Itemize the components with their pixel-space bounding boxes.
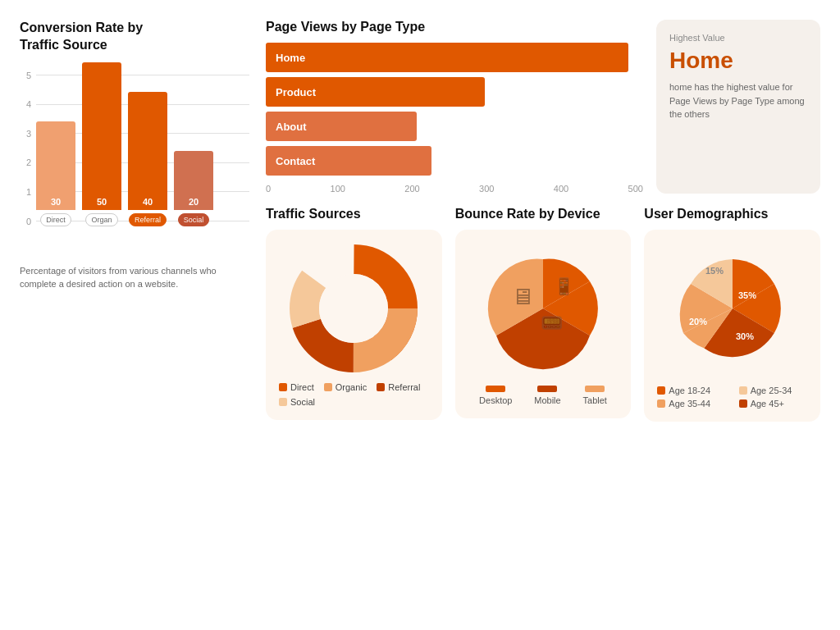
h-bar-axis: 0 100 200 300 400 500 bbox=[266, 184, 643, 194]
bar-social: 20 Social bbox=[174, 151, 213, 226]
legend-label-organic: Organic bbox=[336, 382, 368, 392]
demo-pie-container: 35% 30% 20% 15% bbox=[657, 243, 807, 374]
bounce-device-labels: Desktop Mobile Tablet bbox=[468, 386, 619, 405]
legend-label-direct: Direct bbox=[290, 382, 314, 392]
tablet-label: Tablet bbox=[583, 395, 607, 405]
bar-label-direct: Direct bbox=[40, 213, 71, 226]
legend-social: Social bbox=[279, 397, 315, 407]
label-45plus: Age 45+ bbox=[751, 399, 784, 409]
bar-value-referral: 40 bbox=[143, 197, 153, 207]
desktop-icon-text: 🖥 bbox=[511, 284, 534, 309]
conversion-chart-title: Conversion Rate byTraffic Source bbox=[20, 20, 249, 54]
bar-referral: 40 Referral bbox=[128, 92, 167, 226]
legend-direct: Direct bbox=[279, 382, 314, 392]
axis-200: 200 bbox=[404, 184, 419, 194]
dot-35-44 bbox=[657, 399, 665, 408]
traffic-sources-title: Traffic Sources bbox=[266, 207, 442, 221]
h-bar-product: Product bbox=[266, 77, 643, 107]
legend-age-18-24: Age 18-24 bbox=[657, 386, 725, 395]
legend-dot-direct bbox=[279, 383, 287, 391]
mobile-color-bar bbox=[537, 386, 557, 392]
bar-label-organic: Organ bbox=[85, 213, 117, 226]
legend-organic: Organic bbox=[324, 382, 368, 392]
highest-value-desc: home has the highest value for Page View… bbox=[669, 80, 807, 121]
donut-chart-container bbox=[279, 243, 429, 374]
bounce-pie-svg: 🖥 📱 📟 bbox=[477, 243, 609, 374]
axis-0: 0 bbox=[266, 184, 271, 194]
user-demographics-card: 35% 30% 20% 15% Age 18-24 bbox=[644, 230, 820, 422]
bottom-charts-row: Traffic Sources bbox=[266, 207, 820, 422]
desktop-label: Desktop bbox=[479, 395, 512, 405]
h-bar-home: Home bbox=[266, 43, 643, 72]
demographics-legend: Age 18-24 Age 25-34 Age 35-44 Age 4 bbox=[657, 386, 807, 409]
bounce-rate-title: Bounce Rate by Device bbox=[455, 207, 632, 221]
bounce-pie-container: 🖥 📱 📟 bbox=[468, 243, 619, 374]
traffic-sources-section: Traffic Sources bbox=[266, 207, 442, 422]
right-section: Page Views by Page Type Home Product bbox=[266, 20, 820, 422]
bounce-rate-section: Bounce Rate by Device bbox=[455, 207, 632, 422]
pct-45plus: 15% bbox=[705, 266, 724, 276]
legend-age-25-34: Age 25-34 bbox=[739, 386, 807, 395]
highest-value-label: Home bbox=[669, 48, 807, 74]
axis-400: 400 bbox=[554, 184, 568, 194]
pct-18-24: 35% bbox=[738, 290, 756, 300]
legend-dot-social bbox=[279, 398, 287, 406]
bar-direct: 30 Direct bbox=[36, 121, 75, 226]
legend-age-35-44: Age 35-44 bbox=[657, 399, 725, 409]
bar-organic: 50 Organ bbox=[82, 62, 121, 226]
device-desktop: Desktop bbox=[479, 386, 512, 405]
tablet-icon-text: 📟 bbox=[540, 312, 563, 334]
conversion-chart-note: Percentage of visitors from various chan… bbox=[20, 264, 249, 291]
legend-referral: Referral bbox=[377, 382, 420, 392]
dot-25-34 bbox=[739, 386, 747, 395]
desktop-color-bar bbox=[486, 386, 505, 392]
conversion-bar-chart: 5 4 3 2 1 0 30 Direct 50 bbox=[20, 71, 249, 251]
horizontal-bar-chart: Home Product About bbox=[266, 43, 643, 194]
label-18-24: Age 18-24 bbox=[669, 386, 710, 395]
legend-label-referral: Referral bbox=[388, 382, 420, 392]
axis-100: 100 bbox=[331, 184, 345, 194]
h-bar-label-contact: Contact bbox=[266, 150, 331, 172]
legend-dot-referral bbox=[377, 383, 385, 391]
label-25-34: Age 25-34 bbox=[751, 386, 792, 395]
demo-pie-svg: 35% 30% 20% 15% bbox=[667, 243, 798, 374]
mobile-icon-text: 📱 bbox=[553, 276, 573, 296]
legend-label-social: Social bbox=[290, 397, 315, 407]
legend-dot-organic bbox=[324, 383, 332, 391]
page-views-section: Page Views by Page Type Home Product bbox=[266, 20, 643, 194]
label-35-44: Age 35-44 bbox=[669, 399, 710, 409]
user-demographics-section: User Demographics bbox=[644, 207, 820, 422]
pct-25-34: 30% bbox=[736, 331, 754, 341]
pct-35-44: 20% bbox=[689, 317, 707, 326]
bar-value-organic: 50 bbox=[97, 197, 107, 207]
bar-value-social: 20 bbox=[189, 197, 199, 207]
conversion-chart-section: Conversion Rate byTraffic Source 5 4 3 2… bbox=[20, 20, 249, 422]
legend-age-45plus: Age 45+ bbox=[739, 399, 807, 409]
traffic-sources-card: Direct Organic Referral Social bbox=[266, 230, 442, 420]
bar-label-referral: Referral bbox=[129, 213, 167, 226]
donut-hole bbox=[319, 274, 388, 343]
user-demographics-title: User Demographics bbox=[644, 207, 820, 221]
dot-18-24 bbox=[657, 386, 665, 395]
page-views-title: Page Views by Page Type bbox=[266, 20, 643, 34]
h-bar-label-product: Product bbox=[266, 81, 331, 103]
traffic-donut-svg bbox=[288, 243, 419, 374]
traffic-sources-legend: Direct Organic Referral Social bbox=[279, 382, 429, 407]
h-bar-contact: Contact bbox=[266, 146, 643, 176]
bounce-rate-card: 🖥 📱 📟 Desktop Mobile bbox=[455, 230, 632, 418]
page-views-row: Page Views by Page Type Home Product bbox=[266, 20, 820, 194]
dot-45plus bbox=[739, 399, 747, 408]
highest-value-subtitle: Highest Value bbox=[669, 33, 807, 43]
axis-300: 300 bbox=[479, 184, 494, 194]
h-bar-label-home: Home bbox=[266, 47, 331, 69]
h-bar-about: About bbox=[266, 112, 643, 141]
bars-container: 30 Direct 50 Organ 40 Referral bbox=[36, 71, 249, 226]
highest-value-card: Highest Value Home home has the highest … bbox=[656, 20, 820, 194]
bar-label-social: Social bbox=[178, 213, 210, 226]
device-mobile: Mobile bbox=[534, 386, 560, 405]
dashboard: Conversion Rate byTraffic Source 5 4 3 2… bbox=[20, 20, 820, 438]
h-bar-label-about: About bbox=[266, 116, 331, 138]
mobile-label: Mobile bbox=[534, 395, 560, 405]
bar-value-direct: 30 bbox=[51, 197, 61, 207]
device-tablet: Tablet bbox=[583, 386, 607, 405]
